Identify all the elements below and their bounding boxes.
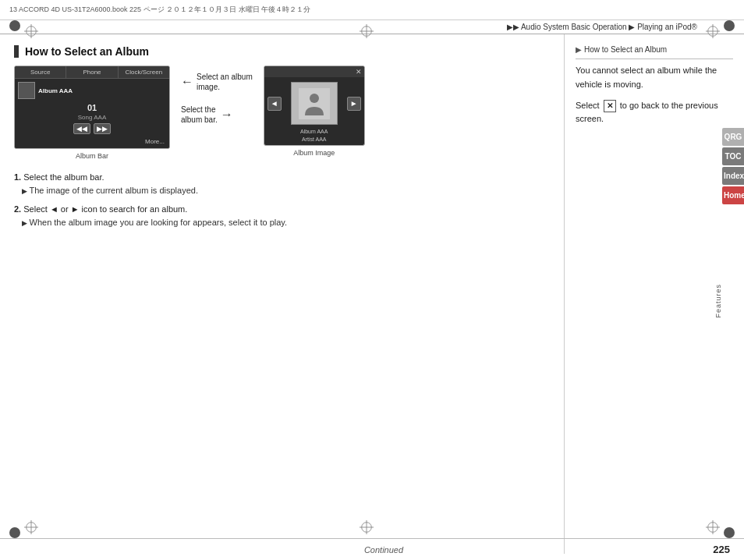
prev-btn[interactable]: ◀◀ bbox=[73, 123, 90, 134]
arrow-right-1: → bbox=[221, 108, 233, 122]
album-row: Album AAA bbox=[18, 82, 166, 99]
next-btn[interactable]: ▶▶ bbox=[94, 123, 111, 134]
step-1-number: 1. bbox=[14, 172, 21, 182]
left-content: How to Select an Album Source Phone Cloc… bbox=[0, 34, 565, 554]
album-image-panel-header: ✕ bbox=[264, 66, 364, 77]
x-box-icon: ✕ bbox=[604, 100, 616, 112]
more-btn[interactable]: More... bbox=[18, 136, 166, 147]
image-nav-row: ◄ ► bbox=[267, 80, 361, 126]
tab-source[interactable]: Source bbox=[15, 66, 66, 78]
reg-mark-tr bbox=[724, 20, 735, 31]
album-bar-panel: Source Phone Clock/Screen Album AAA 01 S… bbox=[14, 66, 170, 149]
album-image-panel: ✕ ◄ bbox=[264, 66, 365, 146]
section-heading: How to Select an Album bbox=[14, 45, 550, 58]
crosshair-bottom-center bbox=[359, 519, 374, 535]
album-image-section: ✕ ◄ bbox=[264, 66, 365, 157]
callout-album-bar: Select the album bar. → bbox=[181, 105, 253, 125]
sidebar-note-title: ▶ How to Select an Album bbox=[576, 45, 733, 54]
album-art-artist-name: Artist AAA bbox=[302, 136, 327, 142]
step-2-bullet: When the album image you are looking for… bbox=[14, 216, 550, 229]
album-art bbox=[291, 82, 338, 125]
steps: 1. Select the album bar. The image of th… bbox=[14, 171, 550, 229]
panel-content: Album AAA 01 Song AAA ◀◀ ▶▶ More... bbox=[15, 79, 169, 148]
reg-mark-bl bbox=[9, 527, 20, 538]
step-1: 1. Select the album bar. The image of th… bbox=[14, 171, 550, 197]
album-info: Album AAA bbox=[38, 87, 73, 94]
crosshair-bottom-left bbox=[23, 519, 39, 535]
step-1-bullet: The image of the current album is displa… bbox=[14, 184, 550, 197]
controls-row: ◀◀ ▶▶ bbox=[18, 121, 166, 136]
breadcrumb-item-2: Playing an iPod® bbox=[637, 23, 697, 31]
sidebar-note-body: You cannot select an album while the veh… bbox=[576, 64, 733, 91]
album-bar-label: Album Bar bbox=[76, 152, 108, 160]
album-name: Album AAA bbox=[38, 87, 73, 94]
album-bar-section: Source Phone Clock/Screen Album AAA 01 S… bbox=[14, 66, 170, 160]
main-layout: How to Select an Album Source Phone Cloc… bbox=[0, 34, 744, 554]
callout-album-image: ← Select an album image. bbox=[181, 72, 253, 92]
diagram-area: Source Phone Clock/Screen Album AAA 01 S… bbox=[14, 66, 550, 160]
tab-qrg[interactable]: QRG bbox=[722, 128, 744, 146]
nav-prev-btn[interactable]: ◄ bbox=[267, 97, 282, 111]
crosshair-top-left bbox=[23, 23, 39, 39]
sidebar-note-heading: How to Select an Album bbox=[584, 45, 667, 54]
sidebar-select-label: Select bbox=[576, 101, 600, 110]
track-number: 01 bbox=[18, 101, 166, 114]
nav-next-btn[interactable]: ► bbox=[347, 97, 361, 111]
continued-label: Continued bbox=[61, 545, 707, 555]
step-1-text: Select the album bar. bbox=[23, 172, 104, 182]
step-2: 2. Select ◄ or ► icon to search for an a… bbox=[14, 203, 550, 229]
note-arrow-icon: ▶ bbox=[576, 45, 582, 54]
heading-bar-decoration bbox=[14, 45, 19, 58]
album-image-content: ◄ ► Album AAA bbox=[264, 77, 364, 145]
step-2-text: Select ◄ or ► icon to search for an albu… bbox=[23, 204, 187, 214]
callout-album-image-label: Select an album image. bbox=[197, 72, 253, 92]
svg-point-19 bbox=[310, 94, 319, 103]
sidebar-select-line: Select ✕ to go back to the previous scre… bbox=[576, 99, 733, 125]
close-button[interactable]: ✕ bbox=[356, 68, 362, 76]
section-title: How to Select an Album bbox=[25, 45, 149, 58]
tab-clock[interactable]: Clock/Screen bbox=[119, 66, 169, 78]
tab-phone[interactable]: Phone bbox=[66, 66, 118, 78]
reg-mark-tl bbox=[9, 20, 20, 31]
arrow-left-1: ← bbox=[181, 75, 193, 89]
bottom-bar: Continued 225 bbox=[0, 538, 744, 560]
callout-album-bar-label: Select the album bar. bbox=[181, 105, 218, 125]
page-number: 225 bbox=[707, 544, 730, 555]
right-sidebar: ▶ How to Select an Album You cannot sele… bbox=[565, 34, 744, 554]
edge-tabs: QRG TOC Index Home bbox=[722, 128, 744, 204]
tab-home[interactable]: Home bbox=[722, 186, 744, 204]
sidebar-divider bbox=[576, 58, 733, 59]
step-2-number: 2. bbox=[14, 204, 21, 214]
callouts: ← Select an album image. Select the albu… bbox=[178, 66, 256, 131]
tab-index[interactable]: Index bbox=[722, 167, 744, 185]
breadcrumb-arrow: ▶▶ bbox=[507, 23, 519, 31]
breadcrumb-item-1: Audio System Basic Operation bbox=[521, 23, 627, 31]
album-image-label: Album Image bbox=[293, 149, 335, 157]
panel-tabs: Source Phone Clock/Screen bbox=[15, 66, 169, 79]
breadcrumb-sep: ▶ bbox=[629, 23, 635, 31]
tab-toc[interactable]: TOC bbox=[722, 147, 744, 165]
song-name: Song AAA bbox=[18, 114, 166, 121]
album-thumb bbox=[18, 82, 35, 99]
features-label: Features bbox=[714, 284, 722, 318]
crosshair-top-center bbox=[359, 23, 374, 39]
print-info: 13 ACCORD 4D US-31T2A6000.book 225 ページ ２… bbox=[9, 5, 735, 15]
header-bar: 13 ACCORD 4D US-31T2A6000.book 225 ページ ２… bbox=[0, 0, 744, 20]
album-art-album-name: Album AAA bbox=[300, 129, 328, 134]
